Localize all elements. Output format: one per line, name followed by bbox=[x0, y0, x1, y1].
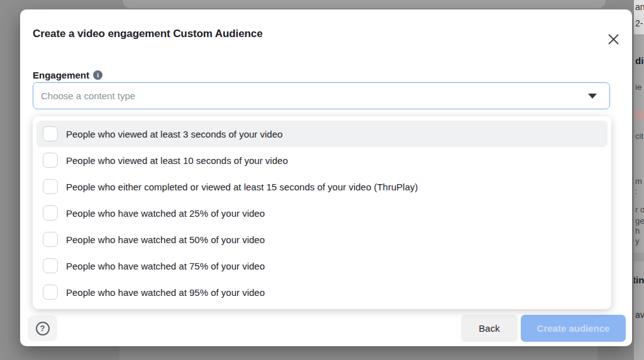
select-placeholder: Choose a content type bbox=[41, 90, 135, 101]
option-checkbox[interactable] bbox=[43, 258, 58, 273]
dropdown-option[interactable]: People who viewed at least 10 seconds of… bbox=[36, 147, 608, 173]
engagement-field-label-row: Engagement i bbox=[33, 70, 103, 80]
background-text-fragment: 2- bbox=[635, 18, 643, 28]
dimmed-background-band bbox=[119, 346, 597, 360]
background-text-fragment: di bbox=[635, 55, 643, 66]
background-text-fragment: cit bbox=[635, 131, 643, 141]
option-label: People who viewed at least 10 seconds of… bbox=[66, 155, 288, 166]
content-type-select[interactable]: Choose a content type bbox=[33, 82, 610, 109]
background-text-fragment: an bbox=[635, 2, 644, 12]
option-checkbox[interactable] bbox=[43, 205, 58, 221]
background-text-fragment: h bbox=[635, 226, 640, 236]
option-checkbox[interactable] bbox=[43, 126, 58, 141]
create-audience-button[interactable]: Create audience bbox=[521, 315, 626, 342]
option-checkbox[interactable] bbox=[43, 232, 58, 247]
modal-title: Create a video engagement Custom Audienc… bbox=[33, 28, 263, 40]
dropdown-option[interactable]: People who have watched at 50% of your v… bbox=[36, 226, 608, 253]
question-mark-icon: ? bbox=[36, 322, 50, 335]
back-button[interactable]: Back bbox=[461, 315, 518, 342]
background-divider-strip bbox=[634, 253, 644, 261]
background-text-fragment: m bbox=[635, 177, 642, 186]
background-text-fragment: av bbox=[635, 310, 644, 320]
help-button[interactable]: ? bbox=[28, 315, 57, 341]
dropdown-option[interactable]: People who have watched at 25% of your v… bbox=[36, 200, 608, 226]
dropdown-option[interactable]: People who viewed at least 3 seconds of … bbox=[36, 121, 608, 147]
close-icon bbox=[608, 34, 619, 45]
background-page-edge: an 2- di ie cit m : r o ge h y tin av bbox=[634, 0, 644, 360]
create-video-engagement-audience-modal: Create a video engagement Custom Audienc… bbox=[20, 9, 632, 346]
background-text-fragment: : bbox=[635, 187, 638, 196]
option-label: People who viewed at least 3 seconds of … bbox=[66, 129, 282, 139]
dropdown-option[interactable]: People who have watched at 95% of your v… bbox=[36, 279, 608, 305]
info-icon[interactable]: i bbox=[93, 70, 103, 80]
option-checkbox[interactable] bbox=[43, 153, 58, 168]
background-text-fragment: tin bbox=[634, 275, 644, 285]
content-type-dropdown-panel: People who viewed at least 3 seconds of … bbox=[33, 116, 611, 309]
background-text-fragment: ge bbox=[635, 216, 644, 226]
engagement-label: Engagement bbox=[33, 70, 89, 80]
chevron-down-icon bbox=[588, 94, 597, 99]
option-label: People who either completed or viewed at… bbox=[66, 182, 418, 192]
option-checkbox[interactable] bbox=[43, 285, 58, 300]
dimmed-background-card bbox=[123, 0, 606, 8]
dropdown-option[interactable]: People who have watched at 75% of your v… bbox=[36, 253, 608, 279]
background-text-fragment: y bbox=[635, 236, 640, 246]
option-label: People who have watched at 95% of your v… bbox=[66, 287, 265, 298]
close-button[interactable] bbox=[603, 29, 623, 49]
background-text-fragment: r o bbox=[635, 205, 644, 214]
background-highlight-strip bbox=[634, 111, 644, 119]
option-label: People who have watched at 50% of your v… bbox=[66, 234, 265, 245]
option-checkbox[interactable] bbox=[43, 179, 58, 194]
dropdown-option[interactable]: People who either completed or viewed at… bbox=[36, 173, 608, 200]
option-label: People who have watched at 25% of your v… bbox=[66, 208, 265, 219]
option-label: People who have watched at 75% of your v… bbox=[66, 261, 265, 271]
background-text-fragment: ie bbox=[635, 82, 641, 92]
